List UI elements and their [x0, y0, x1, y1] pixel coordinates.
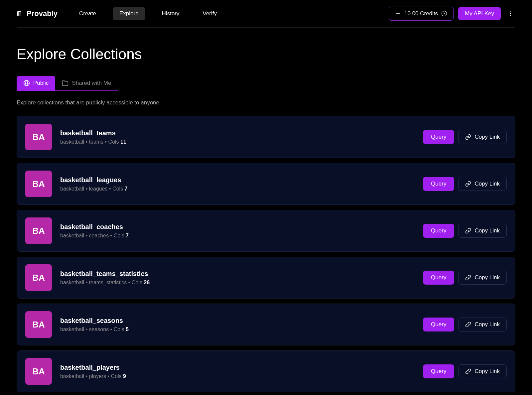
copy-link-label: Copy Link	[474, 134, 500, 140]
nav-explore[interactable]: Explore	[113, 7, 145, 20]
nav-verify[interactable]: Verify	[196, 7, 224, 20]
item-left: BAbasketball_coachesbasketball • coaches…	[25, 217, 129, 244]
tab-public-label: Public	[33, 80, 49, 86]
tab-public[interactable]: Public	[17, 76, 55, 90]
link-icon	[465, 368, 471, 374]
header-right: 10.00 Credits My API Key	[389, 7, 515, 21]
logo-icon	[17, 10, 24, 17]
link-icon	[465, 181, 471, 187]
collection-badge: BA	[25, 264, 52, 291]
item-right: QueryCopy Link	[423, 318, 507, 331]
collection-title: basketball_coaches	[60, 223, 129, 231]
item-info: basketball_teamsbasketball • teams • Col…	[60, 129, 126, 145]
link-icon	[465, 322, 471, 328]
page-description: Explore collections that are publicly ac…	[17, 99, 515, 106]
collection-title: basketball_teams_statistics	[60, 270, 150, 278]
logo-text: Provably	[27, 9, 58, 18]
collection-meta: basketball • teams_statistics • Cols 26	[60, 280, 150, 286]
collection-badge: BA	[25, 171, 52, 197]
tab-shared-label: Shared with Me	[72, 80, 111, 86]
copy-link-label: Copy Link	[474, 181, 500, 187]
collection-title: basketball_players	[60, 364, 126, 371]
collection-badge: BA	[25, 358, 52, 385]
copy-link-label: Copy Link	[474, 368, 500, 375]
collection-badge: BA	[25, 217, 52, 244]
item-right: QueryCopy Link	[423, 224, 507, 238]
copy-link-button[interactable]: Copy Link	[458, 364, 507, 378]
query-button[interactable]: Query	[423, 224, 454, 238]
main-nav: Create Explore History Verify	[72, 7, 223, 20]
bolt-circle-icon	[441, 11, 447, 17]
collection-badge: BA	[25, 311, 52, 338]
link-icon	[465, 228, 471, 234]
link-icon	[465, 275, 471, 281]
collection-item[interactable]: BAbasketball_teamsbasketball • teams • C…	[17, 116, 515, 158]
copy-link-button[interactable]: Copy Link	[458, 318, 507, 331]
collection-title: basketball_leagues	[60, 176, 127, 184]
collection-meta: basketball • players • Cols 9	[60, 373, 126, 379]
query-button[interactable]: Query	[423, 130, 454, 144]
item-info: basketball_seasonsbasketball • seasons •…	[60, 317, 129, 332]
item-right: QueryCopy Link	[423, 364, 507, 378]
copy-link-button[interactable]: Copy Link	[458, 271, 507, 285]
copy-link-label: Copy Link	[474, 274, 500, 281]
item-left: BAbasketball_seasonsbasketball • seasons…	[25, 311, 129, 338]
folder-icon	[62, 80, 68, 86]
credits-button[interactable]: 10.00 Credits	[389, 7, 454, 21]
collection-item[interactable]: BAbasketball_coachesbasketball • coaches…	[17, 210, 515, 252]
item-info: basketball_leaguesbasketball • leagues •…	[60, 176, 127, 192]
nav-history[interactable]: History	[155, 7, 186, 20]
collection-item[interactable]: BAbasketball_playersbasketball • players…	[17, 350, 515, 392]
header: Provably Create Explore History Verify 1…	[17, 0, 515, 28]
query-button[interactable]: Query	[423, 364, 454, 378]
collection-list: BAbasketball_teamsbasketball • teams • C…	[17, 116, 515, 392]
svg-point-7	[510, 11, 511, 12]
collection-title: basketball_teams	[60, 129, 126, 137]
page-title: Explore Collections	[17, 46, 515, 63]
credits-label: 10.00 Credits	[404, 10, 438, 17]
more-vertical-icon	[507, 11, 513, 17]
plus-icon	[395, 11, 401, 17]
item-info: basketball_coachesbasketball • coaches •…	[60, 223, 129, 239]
item-left: BAbasketball_teams_statisticsbasketball …	[25, 264, 150, 291]
collection-item[interactable]: BAbasketball_leaguesbasketball • leagues…	[17, 163, 515, 205]
item-info: basketball_playersbasketball • players •…	[60, 364, 126, 379]
item-info: basketball_teams_statisticsbasketball • …	[60, 270, 150, 286]
item-left: BAbasketball_leaguesbasketball • leagues…	[25, 171, 127, 197]
link-icon	[465, 134, 471, 140]
collection-meta: basketball • leagues • Cols 7	[60, 186, 127, 192]
item-left: BAbasketball_playersbasketball • players…	[25, 358, 126, 385]
copy-link-button[interactable]: Copy Link	[458, 130, 507, 144]
collection-meta: basketball • seasons • Cols 5	[60, 327, 129, 332]
copy-link-label: Copy Link	[474, 321, 500, 328]
tabs: Public Shared with Me	[17, 76, 118, 91]
svg-point-9	[510, 15, 511, 16]
collection-badge: BA	[25, 124, 52, 150]
svg-point-8	[510, 13, 511, 14]
api-key-button[interactable]: My API Key	[458, 7, 501, 20]
tab-shared[interactable]: Shared with Me	[55, 76, 118, 90]
collection-meta: basketball • teams • Cols 11	[60, 139, 126, 145]
logo[interactable]: Provably	[17, 9, 58, 18]
item-left: BAbasketball_teamsbasketball • teams • C…	[25, 124, 126, 150]
globe-icon	[23, 80, 30, 86]
collection-item[interactable]: BAbasketball_teams_statisticsbasketball …	[17, 257, 515, 299]
more-button[interactable]	[505, 9, 515, 19]
item-right: QueryCopy Link	[423, 177, 507, 191]
nav-create[interactable]: Create	[72, 7, 103, 20]
copy-link-button[interactable]: Copy Link	[458, 177, 507, 191]
query-button[interactable]: Query	[423, 271, 454, 285]
query-button[interactable]: Query	[423, 318, 454, 331]
copy-link-button[interactable]: Copy Link	[458, 224, 507, 238]
copy-link-label: Copy Link	[474, 227, 500, 234]
item-right: QueryCopy Link	[423, 130, 507, 144]
query-button[interactable]: Query	[423, 177, 454, 191]
collection-title: basketball_seasons	[60, 317, 129, 325]
item-right: QueryCopy Link	[423, 271, 507, 285]
collection-item[interactable]: BAbasketball_seasonsbasketball • seasons…	[17, 304, 515, 345]
collection-meta: basketball • coaches • Cols 7	[60, 233, 129, 239]
header-left: Provably Create Explore History Verify	[17, 7, 223, 20]
